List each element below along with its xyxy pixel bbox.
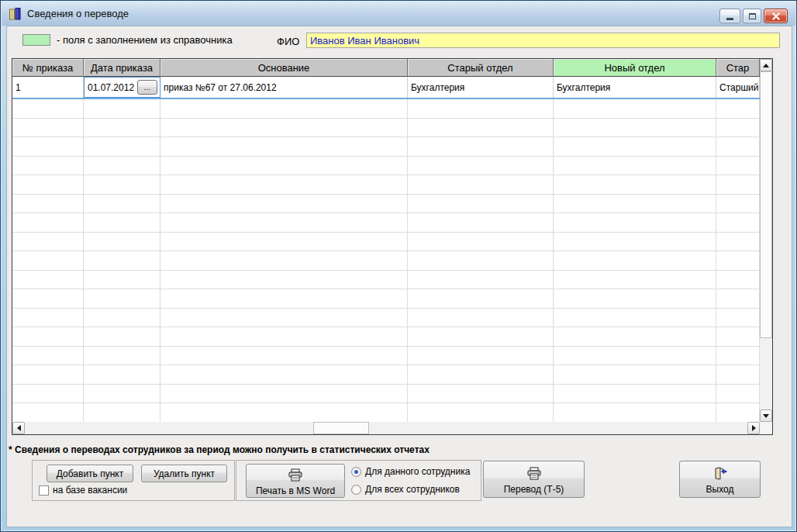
exit-label: Выход — [706, 484, 734, 495]
horizontal-scrollbar[interactable] — [12, 422, 760, 434]
table-row — [12, 309, 760, 328]
legend-swatch — [22, 34, 50, 46]
grid-header: № приказа Дата приказа Основание Старый … — [12, 59, 760, 77]
scroll-left-icon[interactable] — [12, 422, 25, 434]
col-header-new-dept: Новый отдел — [554, 59, 716, 77]
cell-order-date[interactable]: 01.07.2012 ... — [84, 77, 160, 98]
dialog-content: - поля с заполнением из справочника ФИО … — [6, 26, 792, 527]
table-row — [12, 137, 760, 157]
dialog-window: Сведения о переводе - поля с заполнением… — [0, 0, 797, 532]
books-icon — [9, 7, 22, 20]
fio-label: ФИО — [277, 36, 299, 47]
table-row — [12, 157, 760, 176]
table-row-selected[interactable]: 1 01.07.2012 ... приказ №67 от 27.06.201… — [12, 77, 760, 99]
date-picker-button[interactable]: ... — [137, 80, 157, 95]
table-row — [12, 251, 760, 271]
table-row — [12, 347, 760, 366]
col-header-old-position: Стар — [716, 59, 760, 77]
exit-door-icon — [713, 467, 727, 482]
radio-current-employee[interactable] — [351, 467, 361, 477]
radio-all-employees-label: Для всех сотрудников — [365, 484, 460, 495]
print-word-button[interactable]: Печать в MS Word — [246, 464, 345, 498]
table-row — [12, 289, 760, 309]
print-word-label: Печать в MS Word — [256, 485, 335, 496]
table-row — [12, 327, 760, 347]
edit-panel: Добавить пункт Удалить пункт на базе вак… — [32, 460, 235, 501]
table-empty-rows — [12, 99, 760, 423]
cell-basis[interactable]: приказ №67 от 27.06.2012 — [160, 77, 408, 98]
cell-old-position[interactable]: Старший м — [716, 77, 760, 98]
window-title: Сведения о переводе — [27, 8, 129, 19]
cell-old-dept[interactable]: Бухгалтерия — [408, 77, 554, 98]
print-panel: Печать в MS Word Для данного сотрудника … — [236, 460, 481, 501]
vacancy-checkbox[interactable] — [39, 485, 49, 496]
transfers-grid: № приказа Дата приказа Основание Старый … — [12, 58, 773, 435]
add-item-button[interactable]: Добавить пункт — [47, 465, 133, 482]
scrollbar-corner — [760, 422, 772, 434]
legend-text: - поля с заполнением из справочника — [57, 34, 233, 46]
maximize-button[interactable] — [743, 9, 761, 23]
footnote: * Сведения о переводах сотрудников за пе… — [9, 444, 430, 455]
delete-item-button[interactable]: Удалить пункт — [141, 465, 227, 482]
radio-current-employee-label: Для данного сотрудника — [365, 466, 470, 477]
table-row — [12, 233, 760, 252]
minimize-button[interactable] — [719, 9, 740, 23]
table-row — [12, 271, 760, 290]
col-header-old-dept: Старый отдел — [408, 59, 554, 77]
cell-new-dept[interactable]: Бухгалтерия — [554, 77, 716, 98]
table-row — [12, 99, 760, 119]
scroll-right-icon[interactable] — [747, 422, 760, 434]
radio-all-employees[interactable] — [351, 485, 361, 495]
fio-input[interactable] — [306, 33, 780, 48]
close-button[interactable] — [764, 9, 788, 23]
horizontal-scroll-thumb[interactable] — [313, 422, 369, 434]
printer-icon — [526, 467, 542, 482]
cell-order-no[interactable]: 1 — [12, 77, 84, 98]
grid-rows: 1 01.07.2012 ... приказ №67 от 27.06.201… — [12, 77, 760, 423]
col-header-order-date: Дата приказа — [84, 59, 160, 77]
titlebar[interactable]: Сведения о переводе — [2, 2, 795, 26]
table-row — [12, 119, 760, 138]
scroll-down-icon[interactable] — [760, 409, 772, 422]
table-row — [12, 403, 760, 423]
table-row — [12, 195, 760, 214]
table-row — [12, 213, 760, 233]
table-row — [12, 365, 760, 385]
table-row — [12, 175, 760, 195]
vacancy-checkbox-label: на базе вакансии — [53, 485, 127, 496]
vertical-scroll-thumb[interactable] — [760, 71, 772, 338]
vertical-scrollbar[interactable] — [760, 59, 772, 422]
scroll-up-icon[interactable] — [760, 59, 772, 71]
printer-icon — [288, 468, 303, 484]
col-header-order-no: № приказа — [12, 59, 84, 77]
transfer-t5-label: Перевод (Т-5) — [504, 484, 564, 495]
col-header-basis: Основание — [160, 59, 408, 77]
order-date-value: 01.07.2012 — [88, 82, 134, 93]
transfer-t5-button[interactable]: Перевод (Т-5) — [483, 461, 585, 498]
exit-button[interactable]: Выход — [679, 461, 761, 498]
table-row — [12, 385, 760, 404]
